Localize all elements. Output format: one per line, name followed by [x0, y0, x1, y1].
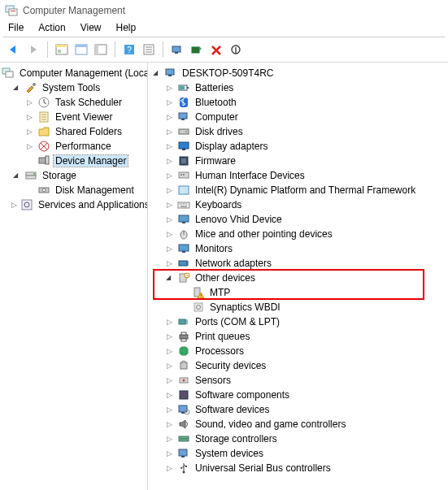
cat-software-devices[interactable]: Software devices: [148, 402, 448, 417]
tree-system-tools[interactable]: System Tools: [0, 80, 147, 95]
cat-ports[interactable]: Ports (COM & LPT): [148, 314, 448, 329]
expand-icon[interactable]: [164, 83, 174, 93]
cat-sound-controllers[interactable]: Sound, video and game controllers: [148, 417, 448, 431]
tree-event-viewer[interactable]: Event Viewer: [0, 110, 147, 124]
expand-icon[interactable]: [164, 112, 174, 122]
expand-icon[interactable]: [24, 98, 34, 107]
tree-performance[interactable]: Performance: [0, 139, 147, 154]
cat-lenovo-vhid[interactable]: Lenovo Vhid Device: [148, 212, 448, 227]
expand-icon[interactable]: [164, 375, 174, 385]
cat-security-devices[interactable]: Security devices: [148, 358, 448, 373]
tree-device-manager[interactable]: Device Manager: [0, 154, 147, 168]
update-driver-button[interactable]: [168, 41, 186, 59]
expand-icon[interactable]: [11, 200, 17, 210]
cat-other-devices[interactable]: ?Other devices: [148, 271, 448, 285]
expand-icon[interactable]: [164, 317, 174, 327]
cat-software-components[interactable]: Software components: [148, 388, 448, 402]
svg-rect-13: [175, 52, 178, 54]
expand-icon[interactable]: [164, 346, 174, 356]
cat-intel-dptf[interactable]: Intel(R) Dynamic Platform and Thermal Fr…: [148, 183, 448, 197]
cat-computer[interactable]: Computer: [148, 110, 448, 124]
computer-management-icon: [2, 67, 15, 80]
services-icon: [20, 198, 33, 211]
cat-print-queues[interactable]: Print queues: [148, 329, 448, 344]
expand-icon[interactable]: [164, 141, 174, 151]
cat-processors[interactable]: Processors: [148, 344, 448, 358]
back-button[interactable]: [5, 41, 23, 59]
expand-icon[interactable]: [164, 156, 174, 166]
tree-shared-folders[interactable]: Shared Folders: [0, 124, 147, 139]
help-button[interactable]: ?: [120, 41, 138, 59]
expand-icon[interactable]: [11, 83, 21, 93]
cat-usb-controllers[interactable]: Universal Serial Bus controllers: [148, 461, 448, 475]
expand-icon[interactable]: [164, 171, 174, 180]
tree-root-computer-management[interactable]: Computer Management (Local: [0, 66, 147, 80]
device-mtp[interactable]: !MTP: [148, 285, 448, 300]
tree-services-apps[interactable]: Services and Applications: [0, 197, 147, 212]
system-tools-icon: [24, 81, 37, 94]
cat-monitors[interactable]: Monitors: [148, 241, 448, 256]
console-tree[interactable]: Computer Management (Local System Tools …: [0, 63, 148, 490]
cat-system-devices[interactable]: System devices: [148, 446, 448, 461]
properties-button[interactable]: [72, 41, 90, 59]
device-label: MTP: [208, 287, 232, 298]
expand-icon[interactable]: [164, 390, 174, 400]
expand-icon[interactable]: [164, 405, 174, 414]
scan-hardware-button[interactable]: [188, 41, 206, 59]
export-list-button[interactable]: [92, 41, 110, 59]
expand-icon[interactable]: [164, 127, 174, 137]
svg-rect-48: [179, 186, 189, 194]
tree-storage[interactable]: Storage: [0, 168, 147, 183]
menu-help[interactable]: Help: [116, 22, 137, 33]
expand-icon[interactable]: [151, 68, 161, 78]
expand-icon[interactable]: [164, 434, 174, 444]
disable-button[interactable]: [227, 41, 245, 59]
computer-icon: [164, 67, 177, 80]
menu-view[interactable]: View: [80, 22, 102, 33]
cat-storage-controllers[interactable]: Storage controllers: [148, 431, 448, 446]
cat-display-adapters[interactable]: Display adapters: [148, 139, 448, 154]
expand-icon[interactable]: [164, 244, 174, 254]
expand-icon[interactable]: [164, 185, 174, 195]
cat-keyboards[interactable]: Keyboards: [148, 197, 448, 212]
device-label: Sound, video and game controllers: [194, 418, 347, 430]
expand-icon[interactable]: [24, 127, 34, 137]
expand-icon[interactable]: [164, 273, 174, 283]
expand-icon[interactable]: [164, 200, 174, 210]
device-root[interactable]: DESKTOP-509T4RC: [148, 66, 448, 80]
uninstall-button[interactable]: [207, 41, 225, 59]
expand-icon[interactable]: [24, 141, 34, 151]
tree-task-scheduler[interactable]: Task Scheduler: [0, 95, 147, 110]
menu-file[interactable]: File: [8, 22, 24, 33]
expand-icon[interactable]: [164, 215, 174, 224]
device-synaptics-wbdi[interactable]: Synaptics WBDI: [148, 300, 448, 314]
expand-icon[interactable]: [164, 98, 174, 107]
expand-icon[interactable]: [11, 171, 21, 180]
expand-icon[interactable]: [164, 332, 174, 341]
tree-disk-management[interactable]: Disk Management: [0, 183, 147, 197]
cat-network-adapters[interactable]: Network adapters: [148, 256, 448, 271]
show-hide-tree-button[interactable]: [53, 41, 71, 59]
device-label: Intel(R) Dynamic Platform and Thermal Fr…: [194, 184, 417, 196]
expand-icon[interactable]: [24, 112, 34, 122]
expand-icon[interactable]: [164, 463, 174, 473]
forward-button[interactable]: [24, 41, 42, 59]
performance-icon: [37, 140, 50, 153]
cat-firmware[interactable]: Firmware: [148, 154, 448, 168]
device-tree[interactable]: DESKTOP-509T4RC Batteries Bluetooth Comp…: [148, 63, 448, 490]
svg-rect-34: [187, 87, 189, 89]
cat-batteries[interactable]: Batteries: [148, 80, 448, 95]
bluetooth-icon: [177, 96, 190, 109]
expand-icon[interactable]: [164, 449, 174, 458]
expand-icon[interactable]: [164, 361, 174, 371]
expand-icon[interactable]: [164, 258, 174, 268]
view-button[interactable]: [140, 41, 158, 59]
cat-mice[interactable]: Mice and other pointing devices: [148, 227, 448, 241]
cat-sensors[interactable]: Sensors: [148, 373, 448, 388]
cat-bluetooth[interactable]: Bluetooth: [148, 95, 448, 110]
cat-hid[interactable]: Human Interface Devices: [148, 168, 448, 183]
expand-icon[interactable]: [164, 229, 174, 239]
cat-disk-drives[interactable]: Disk drives: [148, 124, 448, 139]
expand-icon[interactable]: [164, 419, 174, 429]
menu-action[interactable]: Action: [38, 22, 65, 33]
